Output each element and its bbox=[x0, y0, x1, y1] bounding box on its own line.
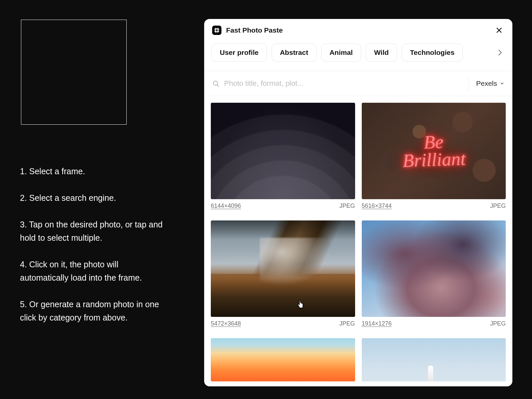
photo-format: JPEG bbox=[339, 320, 355, 327]
photo-dimensions[interactable]: 1914×1276 bbox=[362, 320, 392, 327]
svg-line-8 bbox=[217, 85, 218, 86]
instruction-step: 2. Select a search engine. bbox=[20, 191, 163, 204]
photo-thumb[interactable]: BeBrilliant bbox=[362, 103, 506, 199]
instructions: 1. Select a frame. 2. Select a search en… bbox=[20, 165, 163, 337]
photo-card bbox=[362, 338, 506, 386]
chip-wild[interactable]: Wild bbox=[366, 44, 397, 62]
photo-dimensions[interactable]: 6144×4096 bbox=[211, 202, 241, 209]
chip-user-profile[interactable]: User profile bbox=[211, 44, 267, 62]
photo-thumb[interactable] bbox=[211, 338, 355, 381]
chip-technologies[interactable]: Technologies bbox=[402, 44, 463, 62]
close-button[interactable] bbox=[494, 25, 504, 36]
app-icon bbox=[212, 26, 221, 35]
photo-card: BeBrilliant 5616×3744 JPEG bbox=[362, 103, 506, 214]
neon-text: BeBrilliant bbox=[362, 103, 506, 199]
chevron-down-icon bbox=[500, 81, 504, 86]
photo-picker-dialog: Fast Photo Paste User profile Abstract A… bbox=[204, 19, 512, 386]
search-input[interactable] bbox=[224, 79, 465, 88]
dialog-title: Fast Photo Paste bbox=[226, 26, 494, 34]
photo-card bbox=[211, 338, 355, 386]
search-icon bbox=[212, 80, 219, 87]
category-chips: User profile Abstract Animal Wild Techno… bbox=[204, 39, 512, 71]
photo-card: 6144×4096 JPEG bbox=[211, 103, 355, 214]
photo-thumb[interactable] bbox=[211, 220, 355, 317]
photo-thumb[interactable] bbox=[211, 103, 355, 199]
chip-abstract[interactable]: Abstract bbox=[272, 44, 317, 62]
instruction-step: 3. Tap on the desired photo, or tap and … bbox=[20, 218, 163, 244]
photo-meta: 1914×1276 JPEG bbox=[362, 320, 506, 327]
photo-format: JPEG bbox=[490, 320, 506, 327]
divider bbox=[468, 76, 469, 91]
photo-thumb[interactable] bbox=[362, 220, 506, 317]
photo-card: 1914×1276 JPEG bbox=[362, 220, 506, 332]
chevron-right-icon[interactable] bbox=[495, 48, 505, 58]
instruction-step: 5. Or generate a random photo in one cli… bbox=[20, 298, 163, 324]
source-select[interactable]: Pexels bbox=[476, 79, 504, 87]
photo-dimensions[interactable]: 5616×3744 bbox=[362, 202, 392, 209]
search-row: Pexels bbox=[204, 71, 512, 96]
photo-meta: 5616×3744 JPEG bbox=[362, 202, 506, 209]
photo-thumb[interactable] bbox=[362, 338, 506, 381]
photo-grid: 6144×4096 JPEG BeBrilliant 5616×3744 JPE… bbox=[204, 96, 512, 386]
target-frame[interactable] bbox=[21, 20, 127, 125]
chip-animal[interactable]: Animal bbox=[321, 44, 361, 62]
instruction-step: 1. Select a frame. bbox=[20, 165, 163, 178]
photo-format: JPEG bbox=[339, 202, 355, 209]
photo-card: 5472×3648 JPEG bbox=[211, 220, 355, 332]
photo-format: JPEG bbox=[490, 202, 506, 209]
instruction-step: 4. Click on it, the photo will automatic… bbox=[20, 258, 163, 284]
photo-meta: 5472×3648 JPEG bbox=[211, 320, 355, 327]
photo-dimensions[interactable]: 5472×3648 bbox=[211, 320, 241, 327]
source-label: Pexels bbox=[476, 79, 497, 87]
photo-meta: 6144×4096 JPEG bbox=[211, 202, 355, 209]
dialog-header: Fast Photo Paste bbox=[204, 19, 512, 39]
